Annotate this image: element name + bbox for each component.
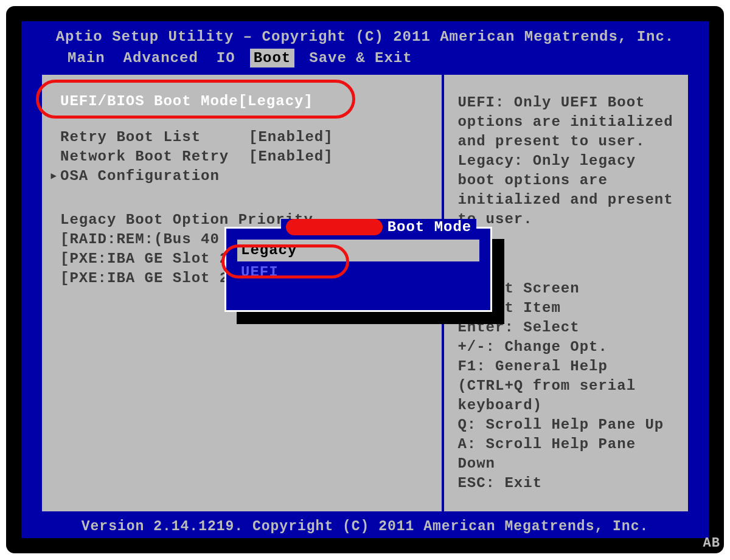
- bios-footer: Version 2.14.1219. Copyright (C) 2011 Am…: [21, 519, 709, 534]
- keyhelp-line: ESC: Exit: [457, 474, 675, 493]
- popup-option-legacy[interactable]: Legacy: [237, 240, 479, 261]
- setting-label: OSA Configuration: [60, 167, 249, 186]
- setting-osa-configuration[interactable]: ▸ OSA Configuration: [60, 167, 423, 186]
- setting-label: UEFI/BIOS Boot Mode: [60, 93, 238, 109]
- tab-advanced[interactable]: Advanced: [120, 49, 202, 67]
- keyhelp-line: F1: General Help: [457, 357, 675, 376]
- keyhelp-line: keyboard): [457, 396, 675, 415]
- popup-option-uefi[interactable]: UEFI: [237, 261, 479, 283]
- settings-panel: UEFI/BIOS Boot Mode [Legacy] Retry Boot …: [40, 72, 443, 514]
- bios-window: Aptio Setup Utility – Copyright (C) 2011…: [21, 21, 709, 538]
- keyhelp-line: A: Scroll Help Pane Down: [457, 435, 675, 474]
- popup-title-hidden: UEFI/BIOS: [286, 219, 383, 235]
- popup-title: UEFI/BIOS Boot Mode: [281, 219, 476, 235]
- setting-label: Retry Boot List: [60, 128, 249, 147]
- keyhelp-line: Q: Scroll Help Pane Up: [457, 415, 675, 435]
- keyhelp-line: (CTRL+Q from serial: [457, 376, 675, 396]
- setting-value: [Legacy]: [238, 93, 313, 109]
- corner-badge: AB: [703, 536, 720, 551]
- panels: UEFI/BIOS Boot Mode [Legacy] Retry Boot …: [40, 72, 690, 514]
- setting-retry-boot-list[interactable]: Retry Boot List [Enabled]: [60, 128, 423, 147]
- boot-mode-popup: UEFI/BIOS Boot Mode Legacy UEFI: [224, 227, 492, 312]
- bios-screen: Aptio Setup Utility – Copyright (C) 2011…: [6, 6, 724, 553]
- tab-main[interactable]: Main: [64, 49, 109, 67]
- popup-title-visible: Boot Mode: [388, 219, 472, 235]
- setting-uefi-bios-boot-mode[interactable]: UEFI/BIOS Boot Mode [Legacy]: [47, 88, 437, 114]
- tab-save-exit[interactable]: Save & Exit: [305, 49, 415, 67]
- setting-network-boot-retry[interactable]: Network Boot Retry [Enabled]: [60, 147, 423, 167]
- tab-boot[interactable]: Boot: [250, 49, 295, 67]
- setting-value: [Enabled]: [249, 147, 333, 167]
- help-text: UEFI: Only UEFI Boot options are initial…: [457, 93, 675, 229]
- bios-title: Aptio Setup Utility – Copyright (C) 2011…: [21, 21, 709, 49]
- tab-bar: Main Advanced IO Boot Save & Exit: [21, 49, 709, 67]
- setting-value: [Enabled]: [249, 128, 333, 147]
- keyhelp-line: +/-: Change Opt.: [457, 337, 675, 357]
- setting-label: Network Boot Retry: [60, 147, 249, 167]
- submenu-arrow-icon: ▸: [49, 167, 58, 186]
- tab-io[interactable]: IO: [213, 49, 239, 67]
